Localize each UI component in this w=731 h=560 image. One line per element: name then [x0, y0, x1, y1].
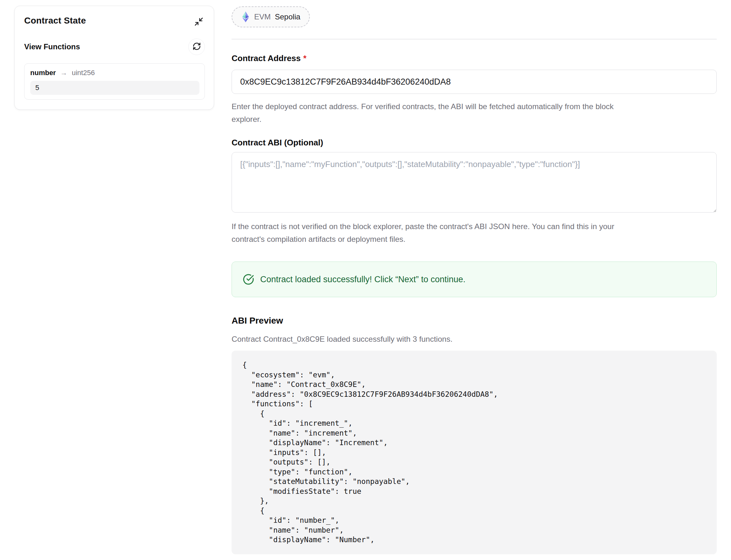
collapse-button[interactable]	[193, 16, 205, 28]
function-name: number	[30, 69, 56, 77]
contract-address-input[interactable]	[232, 70, 717, 94]
contract-address-label: Contract Address*	[232, 53, 717, 63]
view-functions-title: View Functions	[24, 42, 80, 51]
abi-preview-code[interactable]: { "ecosystem": "evm", "name": "Contract_…	[232, 351, 717, 554]
refresh-icon	[193, 42, 201, 52]
ethereum-logo-icon	[241, 11, 250, 22]
abi-preview-summary: Contract Contract_0x8C9E loaded successf…	[232, 335, 717, 344]
view-functions-row: View Functions	[24, 39, 205, 55]
contract-address-helper: Enter the deployed contract address. For…	[232, 100, 717, 126]
contract-abi-textarea[interactable]	[232, 152, 717, 213]
network-chip[interactable]: EVM Sepolia	[232, 6, 310, 27]
function-return-type: uint256	[72, 69, 95, 77]
required-marker: *	[303, 53, 306, 63]
success-alert: Contract loaded successfully! Click “Nex…	[232, 262, 717, 297]
contract-form-main: EVM Sepolia Contract Address* Enter the …	[232, 0, 717, 554]
function-signature: number → uint256	[30, 69, 200, 77]
contract-state-header: Contract State	[24, 16, 205, 28]
contract-state-panel: Contract State View Functions	[14, 6, 214, 110]
arrow-right-icon: →	[60, 69, 67, 77]
minimize-icon	[194, 23, 204, 27]
contract-abi-helper: If the contract is not verified on the b…	[232, 220, 717, 246]
chip-network-label: Sepolia	[275, 12, 300, 21]
check-circle-icon	[243, 274, 254, 285]
refresh-button[interactable]	[188, 39, 205, 55]
success-message: Contract loaded successfully! Click “Nex…	[260, 275, 465, 284]
function-card-number: number → uint256 5	[24, 63, 205, 100]
chip-ecosystem-label: EVM	[254, 12, 271, 21]
function-result-value: 5	[30, 81, 200, 95]
contract-abi-label: Contract ABI (Optional)	[232, 138, 717, 148]
abi-preview-title: ABI Preview	[232, 316, 717, 326]
header-divider	[232, 39, 717, 39]
panel-title: Contract State	[24, 16, 86, 26]
